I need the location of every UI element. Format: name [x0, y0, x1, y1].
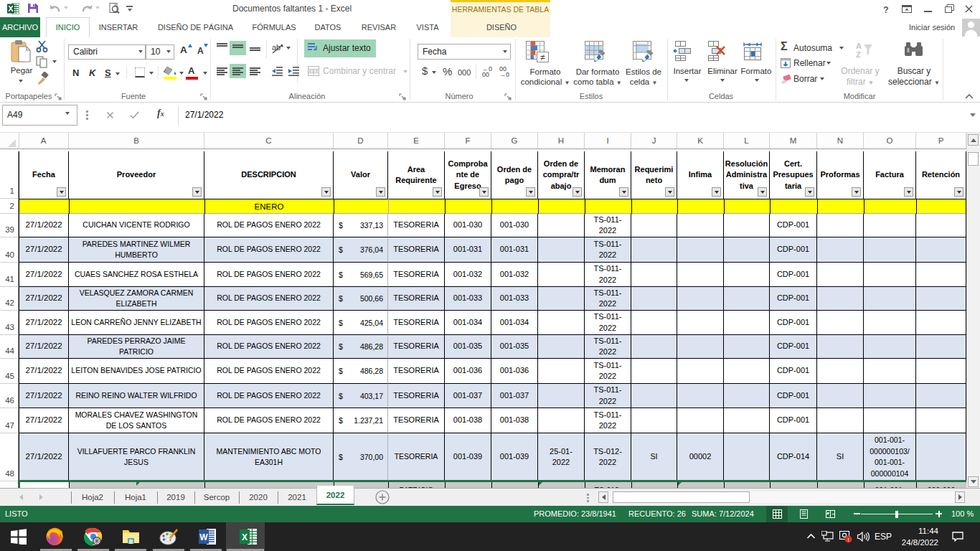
svg-text:W: W — [199, 532, 208, 542]
svg-text:Z: Z — [856, 50, 861, 59]
svg-text:X: X — [8, 4, 14, 13]
svg-text:!: ! — [847, 537, 849, 543]
svg-text:A: A — [856, 42, 862, 50]
svg-text:≠: ≠ — [540, 52, 545, 62]
svg-text:?: ? — [883, 5, 888, 14]
svg-text:X: X — [242, 532, 248, 542]
